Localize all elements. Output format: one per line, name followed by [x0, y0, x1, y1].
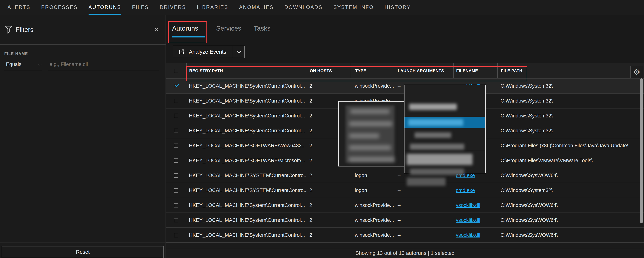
filters-header: Filters ✕	[0, 15, 166, 45]
redacted-menu-item[interactable]	[349, 145, 391, 150]
filter-funnel-icon	[5, 25, 12, 34]
analyze-events-label: Analyze Events	[189, 49, 226, 55]
cell-registry-path: HKEY_LOCAL_MACHINE\System\CurrentControl…	[186, 83, 307, 89]
row-checkbox[interactable]	[174, 99, 178, 103]
cell-file-path: C:\Windows\System32\	[497, 113, 644, 119]
column-header-filename[interactable]: FILENAME	[453, 63, 497, 78]
menu-divider	[404, 151, 486, 151]
cell-type: winsockProvide...	[351, 83, 395, 89]
cell-on-hosts: 2	[307, 173, 351, 178]
filename-link[interactable]: vsocklib.dll	[456, 217, 480, 223]
column-header-type[interactable]: TYPE	[351, 63, 395, 78]
cell-on-hosts: 2	[307, 202, 351, 208]
tab-bar: Autoruns Services Tasks	[168, 21, 270, 43]
row-checkbox[interactable]	[174, 114, 178, 118]
redacted-menu-item[interactable]	[349, 157, 394, 162]
row-checkbox[interactable]	[174, 129, 178, 133]
row-checkbox[interactable]	[174, 143, 178, 148]
cell-on-hosts: 2	[307, 232, 351, 238]
cell-type: winsockProvide...	[351, 202, 395, 208]
cell-type: winsockProvide...	[351, 217, 395, 223]
context-menu-secondary	[338, 101, 404, 166]
redacted-menu-item[interactable]	[410, 144, 464, 150]
nav-item[interactable]: AUTORUNS	[88, 0, 121, 15]
nav-item[interactable]: FILES	[132, 0, 149, 15]
column-header-launch-arguments[interactable]: LAUNCH ARGUMENTS	[395, 63, 453, 78]
column-header-on-hosts[interactable]: ON HOSTS	[307, 63, 351, 78]
close-icon[interactable]: ✕	[154, 27, 159, 32]
row-checkbox[interactable]	[174, 233, 178, 237]
operator-select[interactable]: Equals	[4, 62, 42, 70]
cell-registry-path: HKEY_LOCAL_MACHINE\SOFTWARE\Wow6432...	[186, 143, 307, 148]
autoruns-page: ALERTS PROCESSES AUTORUNS FILES DRIVERS …	[0, 0, 644, 258]
cell-registry-path: HKEY_LOCAL_MACHINE\System\CurrentControl…	[186, 113, 307, 119]
cell-file-path: C:\Windows\SysWOW64\	[497, 217, 644, 223]
row-checkbox[interactable]	[174, 188, 178, 193]
redacted-menu-item[interactable]	[349, 121, 392, 127]
cell-file-path: C:\Windows\SysWOW64\	[497, 173, 644, 178]
nav-item[interactable]: LIBRARIES	[197, 0, 228, 15]
analyze-events-button[interactable]: Analyze Events	[173, 46, 244, 58]
filename-link[interactable]: vsocklib.dll	[456, 232, 480, 238]
context-menu	[404, 85, 486, 173]
filters-panel: Filters ✕ FILE NAME Equals e.g., Filenam…	[0, 15, 166, 258]
column-header-file-path[interactable]: FILE PATH	[497, 63, 644, 78]
row-checkbox[interactable]	[174, 203, 178, 208]
redacted-menu-item[interactable]	[410, 169, 464, 175]
cell-registry-path: HKEY_LOCAL_MACHINE\System\CurrentControl…	[186, 217, 307, 223]
analyze-events-dropdown[interactable]	[232, 46, 244, 58]
redacted-menu-item[interactable]	[349, 133, 379, 138]
operator-value: Equals	[6, 62, 22, 67]
filename-placeholder: e.g., Filename.dll	[50, 62, 88, 67]
nav-item[interactable]: DOWNLOADS	[284, 0, 322, 15]
tab-autoruns[interactable]: Autoruns	[172, 25, 206, 32]
nav-item[interactable]: DRIVERS	[160, 0, 186, 15]
table-row[interactable]: HKEY_LOCAL_MACHINE\System\CurrentControl…	[166, 213, 644, 227]
cell-file-path: C:\Program Files\VMware\VMware Tools\	[497, 158, 644, 163]
redacted-menu-item[interactable]	[407, 178, 446, 186]
tab-tasks[interactable]: Tasks	[254, 25, 270, 32]
filename-input[interactable]: e.g., Filename.dll	[48, 62, 159, 70]
tab-services[interactable]: Services	[216, 25, 241, 32]
highlighted-menu-item[interactable]	[404, 117, 486, 128]
column-header-registry-path[interactable]: REGISTRY PATH	[186, 63, 307, 78]
cell-type: logon	[351, 173, 395, 178]
nav-item[interactable]: ALERTS	[8, 0, 30, 15]
cell-launch-arguments: --	[395, 232, 453, 238]
redacted-menu-item[interactable]	[350, 109, 390, 114]
filename-link[interactable]: cmd.exe	[456, 188, 475, 193]
table-row[interactable]: HKEY_LOCAL_MACHINE\SYSTEM\CurrentContro.…	[166, 183, 644, 198]
cell-registry-path: HKEY_LOCAL_MACHINE\SOFTWARE\Microsoft\..…	[186, 158, 307, 163]
row-checkbox[interactable]	[174, 173, 178, 178]
column-settings-button[interactable]: ⚙	[630, 66, 643, 78]
file-name-label: FILE NAME	[4, 51, 159, 56]
reset-button[interactable]: Reset	[2, 246, 164, 258]
cell-on-hosts: 2	[307, 188, 351, 193]
active-tab-underline	[172, 36, 205, 37]
table-row[interactable]: HKEY_LOCAL_MACHINE\System\CurrentControl…	[166, 227, 644, 242]
table-scrollbar[interactable]	[640, 78, 643, 223]
row-checkbox[interactable]	[174, 218, 178, 222]
cell-type: winsockProvide...	[351, 232, 395, 238]
row-checkbox[interactable]	[174, 84, 178, 88]
cell-file-path: C:\Program Files (x86)\Common Files\Java…	[497, 143, 644, 148]
redacted-menu-item[interactable]	[409, 104, 457, 110]
checkmark-icon	[174, 84, 179, 88]
cell-registry-path: HKEY_LOCAL_MACHINE\SYSTEM\CurrentContro.…	[186, 188, 307, 193]
partially-visible-row	[166, 242, 644, 248]
nav-item[interactable]: HISTORY	[384, 0, 411, 15]
nav-item[interactable]: PROCESSES	[41, 0, 78, 15]
select-all-checkbox[interactable]	[174, 69, 178, 73]
nav-item[interactable]: SYSTEM INFO	[333, 0, 374, 15]
redacted-menu-item[interactable]	[407, 154, 472, 165]
cell-registry-path: HKEY_LOCAL_MACHINE\SYSTEM\CurrentContro.…	[186, 173, 307, 178]
redacted-menu-item-label	[408, 119, 463, 126]
redacted-menu-item[interactable]	[414, 132, 451, 138]
nav-item[interactable]: ANOMALIES	[239, 0, 274, 15]
cell-type: logon	[351, 188, 395, 193]
row-checkbox[interactable]	[174, 158, 178, 163]
table-row[interactable]: HKEY_LOCAL_MACHINE\System\CurrentControl…	[166, 198, 644, 213]
filename-link[interactable]: vsocklib.dll	[456, 202, 480, 208]
cell-file-path: C:\Windows\SysWOW64\	[497, 202, 644, 208]
external-link-icon	[178, 49, 185, 55]
